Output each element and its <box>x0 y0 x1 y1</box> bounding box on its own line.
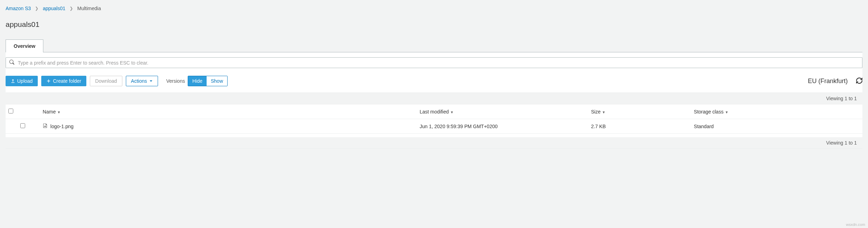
file-name: logo-1.png <box>50 124 73 129</box>
download-button: Download <box>90 76 122 86</box>
download-label: Download <box>95 78 117 84</box>
file-size: 2.7 KB <box>588 119 691 134</box>
file-image-icon <box>43 123 48 129</box>
versions-toggle[interactable]: Hide Show <box>188 76 228 86</box>
file-storage-class: Standard <box>691 119 862 134</box>
tabs-row: Overview <box>6 39 862 52</box>
breadcrumb: Amazon S3 ❯ appuals01 ❯ Multimedia <box>6 0 862 17</box>
chevron-right-icon: ❯ <box>35 6 38 11</box>
header-storage-class-label: Storage class <box>694 109 724 115</box>
upload-icon <box>11 79 15 83</box>
row-checkbox[interactable] <box>20 123 25 128</box>
header-last-modified-label: Last modified <box>420 109 449 115</box>
actions-label: Actions <box>131 78 147 84</box>
header-checkbox-cell <box>6 104 40 119</box>
search-input[interactable] <box>18 60 859 66</box>
breadcrumb-bucket-link[interactable]: appuals01 <box>43 6 65 11</box>
create-folder-button[interactable]: Create folder <box>41 76 86 86</box>
refresh-icon[interactable] <box>856 78 862 85</box>
create-folder-label: Create folder <box>53 78 81 84</box>
sort-icon: ▼ <box>450 110 454 114</box>
chevron-right-icon: ❯ <box>70 6 73 11</box>
header-name[interactable]: Name▼ <box>40 104 417 119</box>
search-box[interactable] <box>6 57 862 68</box>
header-storage-class[interactable]: Storage class▼ <box>691 104 862 119</box>
header-name-label: Name <box>43 109 56 115</box>
sort-icon: ▼ <box>57 110 60 114</box>
upload-button[interactable]: Upload <box>6 76 38 86</box>
actions-button[interactable]: Actions <box>126 76 158 86</box>
versions-label: Versions <box>166 78 185 84</box>
file-last-modified: Jun 1, 2020 9:59:39 PM GMT+0200 <box>417 119 588 134</box>
versions-group: Versions Hide Show <box>166 76 228 86</box>
toolbar: Upload Create folder Download Actions Ve… <box>6 73 862 93</box>
breadcrumb-current: Multimedia <box>77 6 101 11</box>
versions-hide[interactable]: Hide <box>188 76 207 86</box>
tab-overview[interactable]: Overview <box>6 39 43 52</box>
object-table: Name▼ Last modified▼ Size▼ Storage class… <box>6 104 862 134</box>
header-size[interactable]: Size▼ <box>588 104 691 119</box>
page-title: appuals01 <box>6 20 862 29</box>
sort-icon: ▼ <box>725 110 729 114</box>
chevron-down-icon <box>149 79 153 83</box>
versions-show[interactable]: Show <box>207 76 227 86</box>
table-row[interactable]: logo-1.png Jun 1, 2020 9:59:39 PM GMT+02… <box>6 119 862 134</box>
search-icon <box>9 60 14 66</box>
viewing-bottom: Viewing 1 to 1 <box>6 137 862 149</box>
header-last-modified[interactable]: Last modified▼ <box>417 104 588 119</box>
upload-label: Upload <box>17 78 33 84</box>
region-label: EU (Frankfurt) <box>808 78 848 85</box>
viewing-top: Viewing 1 to 1 <box>6 93 862 104</box>
breadcrumb-root-link[interactable]: Amazon S3 <box>6 6 31 11</box>
plus-icon <box>46 79 51 83</box>
select-all-checkbox[interactable] <box>8 109 13 113</box>
header-size-label: Size <box>591 109 601 115</box>
sort-icon: ▼ <box>602 110 605 114</box>
